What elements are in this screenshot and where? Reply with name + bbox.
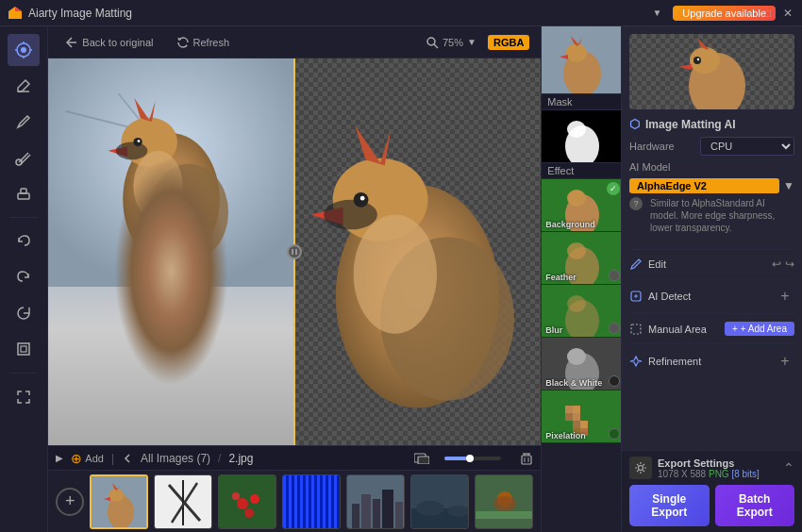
refresh-button[interactable]: Refresh (171, 34, 236, 51)
single-export-button[interactable]: Single Export (629, 485, 710, 526)
ai-model-dropdown[interactable]: ▼ (783, 179, 794, 192)
ai-model-info-row: ? Similar to AlphaStandard AI model. Mor… (629, 197, 794, 241)
filmstrip-thumb-6[interactable] (410, 474, 469, 529)
edit-label: Edit (629, 258, 666, 271)
thumb-2-image (155, 475, 212, 529)
effect-feather[interactable]: Feather (542, 232, 621, 285)
svg-point-3 (21, 47, 26, 53)
mask-svg (542, 110, 621, 163)
svg-point-37 (324, 200, 377, 230)
svg-marker-32 (356, 125, 392, 166)
thumbnail-size-slider[interactable] (444, 457, 501, 460)
svg-rect-41 (418, 457, 429, 464)
hardware-row: Hardware CPU (629, 137, 794, 156)
canvas-area[interactable] (48, 58, 541, 445)
redo-button[interactable] (8, 261, 40, 293)
svg-point-61 (232, 492, 240, 500)
edit-redo-btn[interactable]: ↪ (785, 258, 794, 271)
svg-point-35 (360, 196, 365, 201)
filmstrip-thumb-7[interactable] (475, 474, 533, 529)
refinement-plus[interactable]: + (776, 352, 794, 371)
delete-icon[interactable] (520, 452, 533, 465)
zoom-value: 75% (443, 37, 463, 48)
batch-export-button[interactable]: Batch Export (715, 485, 795, 526)
reset-button[interactable] (8, 297, 40, 329)
undo-button[interactable] (8, 225, 40, 258)
eraser-tool-button[interactable] (8, 70, 40, 102)
hardware-select[interactable]: CPU (700, 137, 794, 156)
stamp-tool-button[interactable] (8, 177, 40, 209)
add-file-button[interactable]: + (56, 488, 84, 516)
export-settings-icon (629, 457, 652, 479)
svg-point-20 (124, 133, 221, 265)
svg-point-99 (567, 348, 586, 365)
settings-title: Image Matting AI (645, 118, 736, 131)
svg-point-74 (416, 501, 444, 516)
canvas-divider[interactable] (293, 58, 295, 445)
export-settings-expand[interactable]: ⌃ (783, 460, 794, 475)
svg-rect-67 (352, 504, 359, 529)
edit-undo-btn[interactable]: ↩ (772, 258, 781, 271)
export-format: PNG (709, 469, 729, 479)
svg-point-60 (244, 508, 254, 518)
images-count: All Images (7) (141, 452, 210, 465)
maximize-button[interactable]: □ (760, 7, 774, 20)
center-area: Back to original Refresh 75% ▼ RGBA (48, 26, 541, 532)
dropdown-arrow[interactable]: ▼ (652, 8, 661, 18)
export-settings-row: Export Settings 1078 X 588 PNG [8 bits] … (629, 457, 794, 479)
svg-rect-14 (21, 346, 26, 352)
filmstrip-thumb-3[interactable] (218, 474, 276, 529)
ai-detect-plus[interactable]: + (776, 287, 794, 306)
expand-button[interactable] (8, 381, 40, 413)
manual-area-icon (629, 323, 643, 336)
rgba-badge[interactable]: RGBA (488, 35, 529, 50)
svg-point-123 (639, 466, 643, 471)
effect-pixelation[interactable]: Pixelation (542, 391, 621, 443)
svg-rect-69 (373, 499, 380, 529)
svg-line-16 (434, 44, 438, 48)
select-tool-button[interactable] (8, 34, 40, 66)
images-icon (414, 453, 429, 464)
paint-tool-button[interactable] (8, 141, 40, 174)
add-image-button[interactable]: ⊕ Add (71, 451, 104, 466)
zoom-control: 75% ▼ (426, 36, 476, 49)
effect-background[interactable]: Background ✓ (542, 179, 621, 232)
left-arrow-icon[interactable] (122, 453, 133, 464)
main-layout: Back to original Refresh 75% ▼ RGBA (0, 26, 802, 532)
ai-model-info: Similar to AlphaStandard AI model. More … (646, 197, 794, 234)
divider-handle[interactable] (287, 244, 302, 259)
thumb-3-image (219, 475, 276, 529)
edit-undo-redo: ↩ ↪ (772, 258, 794, 271)
filmstrip-thumb-5[interactable] (346, 474, 405, 529)
refinement-icon (629, 355, 643, 368)
svg-marker-23 (135, 98, 156, 122)
svg-rect-12 (21, 189, 26, 193)
zoom-dropdown[interactable]: ▼ (467, 37, 476, 47)
thumb-7-image (476, 475, 533, 529)
svg-point-26 (138, 140, 141, 142)
svg-marker-8 (18, 80, 29, 91)
filmstrip-thumb-2[interactable] (154, 474, 212, 529)
svg-rect-71 (395, 502, 403, 529)
svg-point-15 (427, 38, 435, 45)
brush-tool-button[interactable] (8, 106, 40, 138)
effect-blur[interactable]: Blur (542, 285, 621, 338)
svg-point-58 (237, 498, 248, 509)
effect-bw[interactable]: Black & White (542, 338, 621, 391)
settings-panel: ⬡ Image Matting AI Hardware CPU AI Model… (621, 26, 802, 532)
add-label: Add (85, 453, 104, 464)
filmstrip-thumb-4[interactable] (282, 474, 341, 529)
filmstrip-thumb-1[interactable] (90, 474, 148, 529)
svg-point-117 (693, 57, 701, 64)
add-area-button[interactable]: + + Add Area (725, 322, 794, 336)
close-button[interactable]: ✕ (781, 7, 794, 20)
back-to-original-button[interactable]: Back to original (59, 34, 159, 51)
expand-filmstrip-button[interactable]: ▶ (56, 453, 63, 463)
svg-rect-105 (573, 421, 580, 428)
minimize-button[interactable]: — (740, 7, 753, 20)
settings-preview-svg (629, 34, 794, 109)
frame-button[interactable] (8, 333, 40, 365)
left-toolbar (0, 26, 48, 532)
export-dimensions: 1078 X 588 (658, 469, 706, 479)
export-bits: [8 bits] (731, 469, 759, 479)
